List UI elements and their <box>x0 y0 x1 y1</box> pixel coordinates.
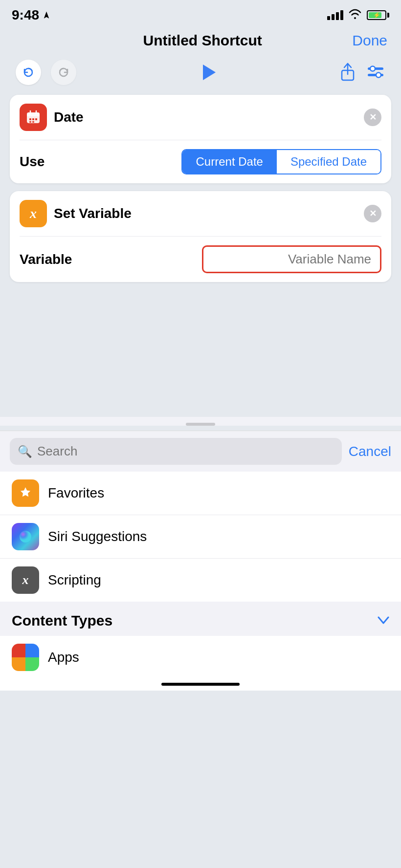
signal-bars <box>327 10 343 20</box>
redo-button[interactable] <box>51 60 76 85</box>
list-section: Favorites Siri Suggestions x <box>0 472 401 602</box>
content-types-title: Content Types <box>12 612 112 629</box>
page-title: Untitled Shortcut <box>143 32 262 49</box>
toolbar <box>0 57 401 95</box>
search-input-wrap[interactable]: 🔍 <box>10 438 342 465</box>
date-card-icon <box>20 104 47 131</box>
share-icon <box>339 63 356 82</box>
search-cancel-button[interactable]: Cancel <box>349 444 391 459</box>
set-variable-card-close-button[interactable]: ✕ <box>364 205 381 222</box>
canvas-spacer <box>0 290 401 417</box>
list-item-favorites[interactable]: Favorites <box>0 472 401 515</box>
svg-rect-14 <box>32 121 34 123</box>
status-icons: ⚡ <box>327 8 389 22</box>
date-card-title: Date <box>54 109 84 125</box>
toolbar-left <box>16 60 76 85</box>
svg-rect-10 <box>29 118 31 120</box>
play-button[interactable] <box>200 65 216 80</box>
set-variable-card-title: Set Variable <box>54 206 132 221</box>
main-content: Date ✕ Use Current Date Specified Date x… <box>0 95 401 282</box>
list-item-apps[interactable]: Apps <box>0 636 401 679</box>
apps-label: Apps <box>48 650 79 665</box>
content-types-chevron-icon <box>378 614 389 627</box>
share-button[interactable] <box>339 63 356 82</box>
undo-icon <box>22 65 35 79</box>
svg-point-4 <box>376 73 381 78</box>
search-input[interactable] <box>37 444 334 459</box>
date-card-header: Date ✕ <box>10 95 391 140</box>
wifi-icon <box>348 8 362 22</box>
use-label: Use <box>20 154 45 170</box>
siri-icon <box>12 523 39 550</box>
search-bar-row: 🔍 Cancel <box>0 431 401 472</box>
status-bar: 9:48 ⚡ <box>0 0 401 27</box>
undo-button[interactable] <box>16 60 41 85</box>
svg-rect-12 <box>35 118 37 120</box>
battery-icon: ⚡ <box>367 10 389 20</box>
date-card: Date ✕ Use Current Date Specified Date <box>10 95 391 183</box>
apps-icon <box>12 644 39 671</box>
calendar-icon <box>26 110 41 125</box>
specified-date-button[interactable]: Specified Date <box>277 150 380 174</box>
status-time: 9:48 <box>12 7 51 23</box>
play-icon <box>203 65 216 80</box>
apps-list-section: Apps <box>0 636 401 679</box>
variable-row: Variable <box>10 237 391 282</box>
redo-icon <box>57 65 70 79</box>
svg-rect-13 <box>29 121 31 123</box>
scripting-label: Scripting <box>48 572 101 588</box>
svg-rect-11 <box>32 118 34 120</box>
favorites-icon <box>12 479 39 507</box>
done-button[interactable]: Done <box>352 32 387 49</box>
content-types-section-header[interactable]: Content Types <box>0 602 401 636</box>
list-item-scripting[interactable]: x Scripting <box>0 559 401 602</box>
svg-point-3 <box>370 66 375 71</box>
variable-name-input[interactable] <box>202 245 381 273</box>
set-variable-card: x Set Variable ✕ Variable <box>10 191 391 282</box>
drag-handle <box>186 423 215 426</box>
svg-point-15 <box>20 531 31 542</box>
nav-bar: Untitled Shortcut Done <box>0 27 401 57</box>
favorites-label: Favorites <box>48 485 104 501</box>
bottom-panel: 🔍 Cancel Favorites <box>0 431 401 691</box>
search-icon: 🔍 <box>18 445 32 458</box>
list-item-siri[interactable]: Siri Suggestions <box>0 515 401 559</box>
home-bar <box>161 683 240 686</box>
location-icon <box>42 11 51 20</box>
settings-icon <box>366 63 385 82</box>
date-card-row: Use Current Date Specified Date <box>10 140 391 183</box>
date-type-segmented-control[interactable]: Current Date Specified Date <box>181 149 381 174</box>
drag-handle-area <box>0 417 401 426</box>
svg-rect-7 <box>27 114 40 116</box>
current-date-button[interactable]: Current Date <box>182 150 277 174</box>
siri-label: Siri Suggestions <box>48 529 147 544</box>
set-variable-card-header: x Set Variable ✕ <box>10 191 391 236</box>
scripting-icon: x <box>12 566 39 594</box>
set-variable-card-icon: x <box>20 200 47 227</box>
home-indicator <box>0 679 401 691</box>
settings-button[interactable] <box>366 63 385 82</box>
variable-label: Variable <box>20 252 72 267</box>
toolbar-right <box>339 63 385 82</box>
date-card-close-button[interactable]: ✕ <box>364 108 381 126</box>
